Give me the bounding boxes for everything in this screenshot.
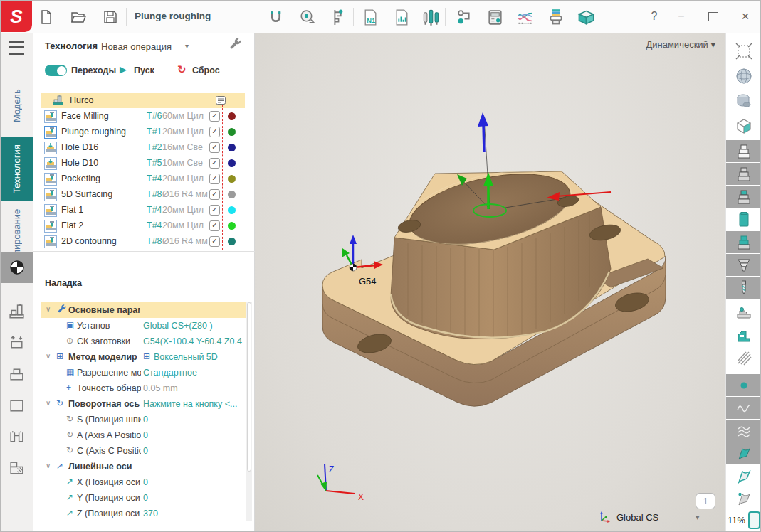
sim-surfaces-button[interactable] [726, 420, 761, 442]
section-view-button[interactable] [726, 115, 761, 137]
param-row-c-axis[interactable]: ↻ C (Axis C Positio 0 [33, 443, 246, 459]
operation-checkbox[interactable]: ✓ [209, 189, 220, 200]
report-button[interactable] [392, 7, 411, 27]
operation-checkbox[interactable]: ✓ [209, 220, 220, 231]
render-mode-button[interactable] [726, 90, 761, 112]
param-row-s-position[interactable]: ↻ S (Позиция шпи 0 [33, 412, 246, 427]
machine-row[interactable]: Hurco [41, 93, 245, 108]
notes-icon[interactable] [214, 94, 227, 107]
shading-sphere-button[interactable] [726, 65, 761, 87]
stock-button[interactable] [1, 391, 33, 420]
sim-flag-teal-button[interactable] [726, 442, 761, 465]
params-scrollbar[interactable] [246, 302, 252, 521]
param-row-resolution[interactable]: ▦ Разрешение мо Стандартное [33, 365, 246, 381]
reset-button[interactable]: Сброс [192, 65, 220, 75]
param-value[interactable]: 0 [143, 415, 245, 425]
param-row-stock-cs[interactable]: ⊕ СК заготовки G54(X-100.4 Y-60.4 Z0.4 [33, 334, 246, 349]
sim-curve-button[interactable] [726, 397, 761, 420]
show-toolpath-button[interactable] [726, 346, 761, 369]
zoom-extents-button[interactable] [726, 40, 761, 63]
close-button[interactable]: × [736, 8, 755, 25]
param-value[interactable]: 0.05 mm [143, 383, 245, 393]
chevron-down-icon[interactable]: ∨ [46, 462, 51, 469]
param-value[interactable]: 0 [143, 477, 245, 487]
param-value[interactable]: 0 [143, 446, 245, 456]
snap-magnet-button[interactable] [266, 7, 285, 27]
workpiece-datum-button[interactable] [1, 252, 33, 283]
param-value[interactable]: Global CS+(Z80 ) [143, 321, 245, 331]
save-button[interactable] [100, 7, 120, 27]
maximize-button[interactable] [704, 8, 723, 25]
operation-checkbox[interactable]: ✓ [209, 111, 220, 122]
show-initial-stock-button[interactable] [726, 140, 761, 163]
run-button[interactable]: Пуск [134, 65, 154, 75]
sim-point-button[interactable] [726, 374, 761, 397]
workpiece-result-button[interactable] [1, 454, 33, 482]
param-value[interactable]: 370 [143, 509, 245, 518]
chevron-down-icon[interactable]: ∨ [46, 305, 51, 313]
show-remaining-stock-button[interactable] [726, 254, 761, 277]
calculator-button[interactable] [485, 7, 505, 27]
param-value[interactable]: Воксельный 5D [154, 352, 256, 362]
chevron-down-icon[interactable]: ∨ [46, 352, 51, 360]
chevron-down-icon[interactable]: ∨ [46, 399, 51, 407]
measure-tape-button[interactable] [297, 7, 317, 27]
tool-stack-button[interactable] [546, 7, 566, 27]
new-document-button[interactable] [36, 7, 56, 27]
settings-wrench-icon[interactable] [228, 37, 242, 51]
nc-program-button[interactable]: N1 [360, 7, 380, 27]
show-machined-stock-button-active[interactable] [726, 208, 761, 231]
param-value[interactable]: Нажмите на кнопку <... [143, 399, 245, 409]
open-project-button[interactable] [68, 7, 88, 27]
sim-flag-outline-button[interactable] [726, 465, 761, 488]
operation-checkbox[interactable]: ✓ [209, 142, 220, 153]
reset-icon[interactable]: ↻ [177, 63, 187, 76]
show-machine-button[interactable] [726, 324, 761, 346]
sim-flag-marked-button[interactable] [726, 488, 761, 511]
feed-charts-button[interactable] [515, 7, 535, 27]
param-value[interactable]: Стандартное [143, 368, 245, 378]
param-group-sim-method[interactable]: ∨ ⊞ Метод моделир ⊞ Воксельный 5D [33, 349, 246, 365]
view-mode-dropdown[interactable]: Динамический ▾ [646, 39, 715, 50]
operation-checkbox[interactable]: ✓ [209, 174, 220, 184]
minimize-button[interactable]: − [672, 8, 691, 25]
param-value[interactable]: G54(X-100.4 Y-60.4 Z0.4 [143, 336, 245, 346]
viewport-3d[interactable]: G54 Z X Динамический ▾ Global CS ▾ [255, 33, 725, 532]
part-button[interactable] [1, 360, 33, 388]
param-value[interactable]: 0 [143, 493, 245, 503]
stock-box-button[interactable] [576, 7, 596, 27]
param-group-main[interactable]: ∨ Основные парам [41, 302, 246, 318]
operation-checkbox[interactable]: ✓ [209, 127, 220, 137]
dropdown-arrow-icon[interactable]: ▾ [696, 514, 699, 521]
transitions-toggle[interactable] [45, 65, 67, 76]
param-group-linear-axes[interactable]: ∨ ↗ Линейные оси [33, 459, 246, 474]
param-row-tolerance[interactable]: + Точность обнар 0.05 mm [33, 381, 246, 396]
workpiece-move-button[interactable] [1, 329, 33, 357]
param-row-y-axis[interactable]: ↗ Y (Позиция оси 0 [33, 490, 246, 506]
tab-model[interactable]: Модель [1, 84, 33, 128]
operation-checkbox[interactable]: ✓ [209, 158, 220, 169]
dropdown-arrow-icon[interactable]: ▾ [185, 42, 189, 50]
tool-library-button[interactable] [421, 7, 441, 27]
machining-sequence-button[interactable] [454, 7, 474, 27]
machine-button[interactable] [1, 297, 33, 326]
operation-checkbox[interactable]: ✓ [209, 205, 220, 216]
param-row-z-axis[interactable]: ↗ Z (Позиция оси 370 [33, 506, 246, 521]
show-stock-button[interactable] [726, 163, 761, 186]
main-menu-icon[interactable] [9, 41, 24, 55]
help-button[interactable]: ? [645, 8, 663, 25]
caliper-button[interactable] [327, 7, 347, 27]
param-value[interactable]: 0 [143, 430, 245, 440]
param-row-a-axis[interactable]: ↻ A (Axis A Positio 0 [33, 427, 246, 443]
new-operation-dropdown[interactable]: Новая операция [101, 41, 172, 52]
param-row-setup[interactable]: ▣ Установ Global CS+(Z80 ) [33, 318, 246, 334]
show-result-part-button[interactable] [726, 231, 761, 254]
play-icon[interactable]: ▶ [120, 64, 127, 75]
param-row-x-axis[interactable]: ↗ X (Позиция оси 0 [33, 474, 246, 490]
show-tool-button[interactable] [726, 277, 761, 299]
operation-checkbox[interactable]: ✓ [209, 236, 220, 247]
param-group-rotary-axes[interactable]: ∨ ↻ Поворотная ось Нажмите на кнопку <..… [33, 396, 246, 412]
tab-technology[interactable]: Технология [1, 137, 33, 201]
cs-selector-bar[interactable]: Global CS ▾ [598, 511, 699, 523]
fixtures-button[interactable] [1, 422, 33, 451]
